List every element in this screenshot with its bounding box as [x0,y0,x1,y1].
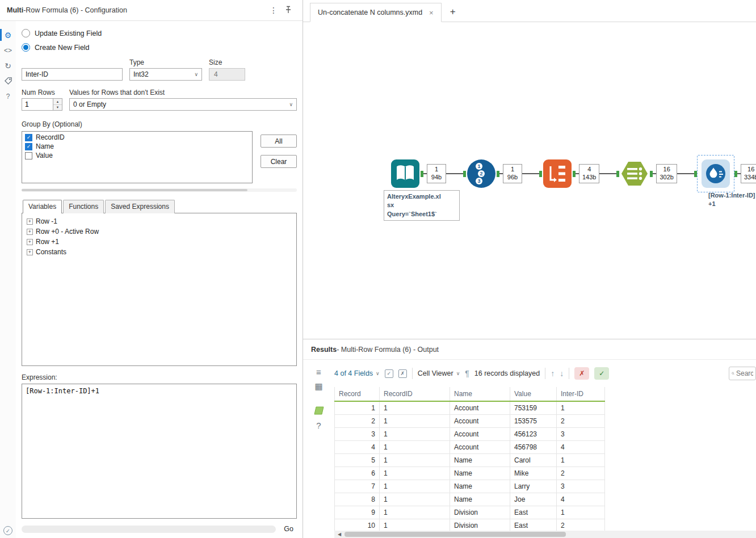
tab-variables[interactable]: Variables [23,200,62,213]
connection-badge[interactable]: 1 94b [427,164,446,183]
tool-record-id[interactable]: 1 2 3 [466,158,497,189]
arrow-up-icon[interactable]: ↑ [551,369,555,378]
table-row[interactable]: 2 1 Account 153575 2 [334,415,605,428]
expression-editor[interactable]: [Row-1:Inter-ID]+1 [22,384,297,519]
table-row[interactable]: 5 1 Name Carol 1 [334,454,605,467]
tool-multi-row-formula[interactable] [700,158,731,189]
spinner-up-icon[interactable]: ▲ [53,99,62,105]
tree-item-constants[interactable]: + Constants [24,247,296,257]
column-header-value[interactable]: Value [510,387,557,401]
expand-plus-icon[interactable]: + [27,229,33,235]
connection-wire[interactable] [522,173,539,174]
code-icon[interactable]: <> [0,43,16,57]
num-rows-stepper[interactable]: ▲ ▼ [22,98,62,111]
annotation-multi-row-formula[interactable]: [Row-1:Inter-ID] +1 [708,191,755,209]
close-icon[interactable]: × [429,9,434,17]
grid-icon[interactable]: ▦ [313,380,325,393]
tab-functions[interactable]: Functions [63,200,104,213]
group-item-recordid[interactable]: ✓ RecordID [22,133,252,142]
tab-saved-expressions[interactable]: Saved Expressions [105,200,175,213]
table-row[interactable]: 8 1 Name Joe 4 [334,493,605,506]
pilcrow-icon[interactable]: ¶ [465,369,469,378]
table-row[interactable]: 1 1 Account 753159 1 [334,402,605,415]
connection-wire[interactable] [599,173,616,174]
scrollbar-thumb[interactable] [345,532,566,537]
search-input[interactable] [736,369,753,377]
radio-update-existing-field[interactable]: Update Existing Field [22,29,297,37]
arrow-down-icon[interactable]: ↓ [560,369,564,378]
checkbox-unchecked-icon[interactable] [25,152,32,159]
list-icon[interactable]: ≡ [313,365,325,378]
connection-wire[interactable] [446,173,463,174]
annotation-input-data[interactable]: AlteryxExample.xl sx Query=`Sheet1$` [384,190,460,221]
table-row[interactable]: 3 1 Account 456123 3 [334,428,605,441]
expand-plus-icon[interactable]: + [27,239,33,245]
group-item-name[interactable]: ✓ Name [22,142,252,151]
cell-viewer-dropdown[interactable]: Cell Viewer ∨ [418,369,460,377]
select-all-icon[interactable]: ✓ [385,369,393,378]
group-by-listbox[interactable]: ✓ RecordID ✓ Name Value [22,131,253,183]
connection-badge[interactable]: 16 334b [741,164,756,183]
cell-value: Mike [510,467,557,480]
data-anchor-icon[interactable] [313,404,325,417]
pin-icon[interactable] [281,6,296,15]
scrollbar-thumb[interactable] [22,189,247,191]
tree-item-label: Constants [36,248,66,256]
tree-item-row-minus1[interactable]: + Row -1 [24,216,296,226]
results-horizontal-scrollbar[interactable]: ◀ [334,531,756,538]
search-box[interactable] [729,367,756,380]
scroll-left-icon[interactable]: ◀ [334,532,345,537]
connection-wire[interactable] [677,173,694,174]
num-rows-input[interactable] [25,100,50,108]
success-filter-button[interactable]: ✓ [594,367,609,380]
column-header-name[interactable]: Name [450,387,510,401]
column-header-recordid[interactable]: RecordID [380,387,450,401]
deselect-all-icon[interactable]: ✗ [398,369,407,378]
all-button[interactable]: All [261,134,297,148]
workflow-canvas[interactable]: 1 94b 1 2 3 [303,22,756,339]
table-row[interactable]: 4 1 Account 456798 4 [334,441,605,454]
tag-icon[interactable] [0,74,16,88]
help-icon[interactable]: ? [313,419,325,431]
gear-icon[interactable]: ⚙ [0,28,16,42]
fields-dropdown[interactable]: 4 of 4 Fields ∨ [334,369,380,377]
checkbox-checked-icon[interactable]: ✓ [25,143,32,150]
kebab-menu-icon[interactable]: ⋮ [266,6,281,15]
radio-create-new-field[interactable]: Create New Field [22,43,297,52]
type-dropdown[interactable]: Int32 ∨ [129,68,202,81]
horizontal-scrollbar[interactable] [22,188,297,192]
clear-button[interactable]: Clear [261,155,297,168]
radio-circle[interactable] [22,29,30,37]
tree-item-row-plus1[interactable]: + Row +1 [24,237,296,247]
values-dropdown[interactable]: 0 or Empty ∨ [69,98,297,111]
expand-plus-icon[interactable]: + [27,218,33,225]
refresh-icon[interactable]: ↻ [0,58,16,73]
cell-name: Account [450,428,510,440]
checkbox-checked-icon[interactable]: ✓ [25,134,32,141]
radio-circle-selected[interactable] [22,43,30,52]
cell-interid: 2 [557,519,605,532]
group-item-value[interactable]: Value [22,151,252,160]
help-icon[interactable]: ? [0,89,16,103]
connection-badge[interactable]: 16 302b [656,164,677,183]
column-header-interid[interactable]: Inter-ID [557,387,605,401]
configuration-title-bold: Multi [7,6,23,14]
errors-filter-button[interactable]: ✗ [574,367,589,380]
connection-badge[interactable]: 1 96b [503,164,522,183]
tool-summarize[interactable] [619,158,650,189]
go-button[interactable]: Go [284,525,293,533]
spinner-down-icon[interactable]: ▼ [53,105,62,111]
table-row[interactable]: 7 1 Name Larry 3 [334,480,605,493]
tool-input-data[interactable] [390,158,421,189]
table-row[interactable]: 6 1 Name Mike 2 [334,467,605,480]
connection-badge[interactable]: 4 143b [579,164,599,183]
new-workflow-button[interactable]: + [442,2,464,22]
workflow-tab[interactable]: Un-concatenate N columns.yxmd × [310,3,442,22]
table-row[interactable]: 9 1 Division East 1 [334,506,605,519]
tree-item-row-0[interactable]: + Row +0 - Active Row [24,226,296,237]
new-field-name-input[interactable] [22,68,123,81]
tool-text-to-columns[interactable] [542,158,573,189]
variables-tree[interactable]: + Row -1 + Row +0 - Active Row + Row +1 … [22,213,297,366]
column-header-record[interactable]: Record [334,387,380,401]
expand-plus-icon[interactable]: + [27,249,33,255]
